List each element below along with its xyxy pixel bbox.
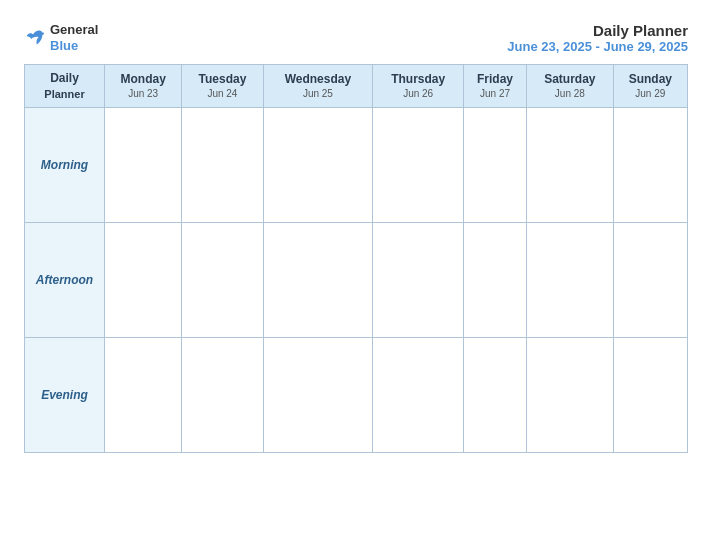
col-wednesday: Wednesday Jun 25 [263,65,373,108]
row-morning: Morning [25,108,688,223]
logo-bird-icon [24,27,46,49]
planner-table: Daily Planner Monday Jun 23 Tuesday Jun … [24,64,688,453]
row-label-afternoon: Afternoon [25,223,105,338]
cell-evening-wednesday[interactable] [263,338,373,453]
row-label-morning: Morning [25,108,105,223]
row-label-evening: Evening [25,338,105,453]
planner-title: Daily Planner [507,22,688,39]
cell-evening-friday[interactable] [464,338,527,453]
row-evening: Evening [25,338,688,453]
col-thursday: Thursday Jun 26 [373,65,464,108]
table-header-row: Daily Planner Monday Jun 23 Tuesday Jun … [25,65,688,108]
cell-afternoon-monday[interactable] [105,223,182,338]
header: GeneralBlue Daily Planner June 23, 2025 … [24,22,688,54]
cell-afternoon-thursday[interactable] [373,223,464,338]
col-monday: Monday Jun 23 [105,65,182,108]
cell-morning-monday[interactable] [105,108,182,223]
col-tuesday: Tuesday Jun 24 [182,65,263,108]
cell-afternoon-friday[interactable] [464,223,527,338]
planner-date-range: June 23, 2025 - June 29, 2025 [507,39,688,54]
cell-morning-wednesday[interactable] [263,108,373,223]
logo-area: GeneralBlue [24,22,98,53]
logo-text: GeneralBlue [50,22,98,53]
cell-morning-sunday[interactable] [613,108,687,223]
cell-afternoon-tuesday[interactable] [182,223,263,338]
cell-afternoon-sunday[interactable] [613,223,687,338]
cell-morning-saturday[interactable] [527,108,614,223]
cell-morning-tuesday[interactable] [182,108,263,223]
cell-evening-tuesday[interactable] [182,338,263,453]
title-area: Daily Planner June 23, 2025 - June 29, 2… [507,22,688,54]
cell-afternoon-wednesday[interactable] [263,223,373,338]
cell-morning-thursday[interactable] [373,108,464,223]
cell-evening-thursday[interactable] [373,338,464,453]
cell-afternoon-saturday[interactable] [527,223,614,338]
cell-evening-sunday[interactable] [613,338,687,453]
cell-evening-monday[interactable] [105,338,182,453]
cell-evening-saturday[interactable] [527,338,614,453]
cell-morning-friday[interactable] [464,108,527,223]
table-label-header: Daily Planner [25,65,105,108]
col-sunday: Sunday Jun 29 [613,65,687,108]
col-friday: Friday Jun 27 [464,65,527,108]
col-saturday: Saturday Jun 28 [527,65,614,108]
page: GeneralBlue Daily Planner June 23, 2025 … [10,10,702,540]
row-afternoon: Afternoon [25,223,688,338]
